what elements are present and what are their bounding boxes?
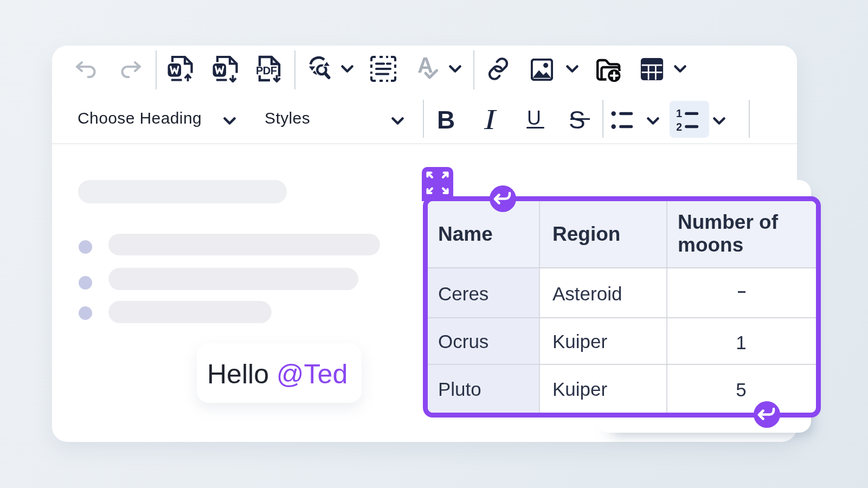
- svg-text:1: 1: [677, 107, 682, 119]
- svg-text:2: 2: [677, 121, 682, 132]
- svg-text:PDF: PDF: [256, 65, 277, 76]
